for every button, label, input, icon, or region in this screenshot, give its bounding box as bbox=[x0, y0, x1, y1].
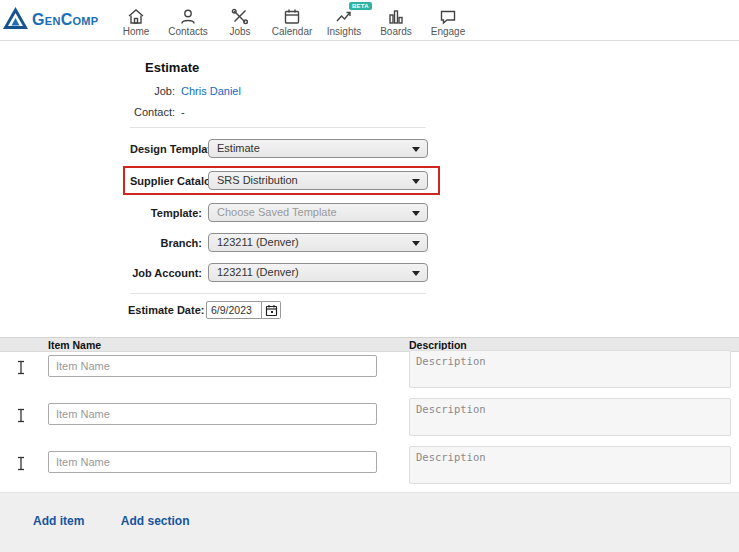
nav-label: Contacts bbox=[168, 26, 207, 37]
estimate-form: Estimate Job: Chris Daniel Contact: - De… bbox=[130, 52, 440, 319]
template-value: Choose Saved Template bbox=[217, 206, 337, 218]
branch-row: Branch: 123211 (Denver) bbox=[123, 228, 440, 257]
job-account-select[interactable]: 123211 (Denver) bbox=[208, 263, 428, 282]
add-item-button[interactable]: Add item bbox=[33, 514, 84, 528]
brand-name: GenComp bbox=[32, 11, 98, 29]
nav-label: Calendar bbox=[272, 26, 313, 37]
bottom-action-band: Add item Add section bbox=[0, 492, 739, 552]
chevron-down-icon bbox=[412, 211, 420, 216]
estimate-date-row: Estimate Date: bbox=[128, 301, 440, 319]
supplier-catalog-row: Supplier Catalog: SRS Distribution bbox=[123, 166, 440, 195]
item-name-input[interactable] bbox=[48, 403, 377, 425]
brand-logo[interactable]: GenComp bbox=[0, 6, 110, 35]
contact-label: Contact: bbox=[130, 106, 175, 118]
divider bbox=[130, 127, 426, 128]
nav-label: Jobs bbox=[229, 26, 250, 37]
template-row: Template: Choose Saved Template bbox=[123, 198, 440, 227]
drag-handle-icon[interactable] bbox=[16, 456, 26, 475]
table-row bbox=[0, 446, 739, 494]
nav-item-home[interactable]: Home bbox=[114, 4, 158, 37]
job-account-row: Job Account: 123211 (Denver) bbox=[123, 258, 440, 287]
nav-label: Insights bbox=[327, 26, 361, 37]
jobs-icon bbox=[231, 7, 249, 25]
chevron-down-icon bbox=[412, 179, 420, 184]
nav-label: Engage bbox=[431, 26, 465, 37]
estimate-date-input[interactable] bbox=[206, 301, 262, 319]
contacts-icon bbox=[179, 7, 197, 25]
table-row bbox=[0, 350, 739, 398]
add-section-button[interactable]: Add section bbox=[121, 514, 190, 528]
design-template-select[interactable]: Estimate bbox=[208, 139, 428, 158]
nav-item-insights[interactable]: BETA Insights bbox=[322, 4, 366, 37]
branch-select[interactable]: 123211 (Denver) bbox=[208, 233, 428, 252]
job-label: Job: bbox=[130, 85, 175, 97]
supplier-catalog-label: Supplier Catalog: bbox=[130, 175, 202, 187]
nav-label: Home bbox=[123, 26, 150, 37]
calendar-icon bbox=[283, 7, 301, 25]
top-navigation: GenComp Home Contacts bbox=[0, 0, 739, 41]
chevron-down-icon bbox=[412, 147, 420, 152]
nav-item-contacts[interactable]: Contacts bbox=[166, 4, 210, 37]
supplier-catalog-select[interactable]: SRS Distribution bbox=[208, 171, 428, 190]
design-template-value: Estimate bbox=[217, 142, 260, 154]
job-account-label: Job Account: bbox=[130, 267, 202, 279]
engage-icon bbox=[439, 7, 457, 25]
contact-row: Contact: - bbox=[130, 106, 440, 118]
nav-label: Boards bbox=[380, 26, 412, 37]
items-rows bbox=[0, 350, 739, 494]
item-description-textarea[interactable] bbox=[409, 350, 731, 388]
branch-value: 123211 (Denver) bbox=[217, 236, 299, 248]
beta-badge: BETA bbox=[349, 2, 372, 10]
design-template-label: Design Template: bbox=[130, 143, 202, 155]
template-select[interactable]: Choose Saved Template bbox=[208, 203, 428, 222]
supplier-catalog-value: SRS Distribution bbox=[217, 174, 298, 186]
job-account-value: 123211 (Denver) bbox=[217, 266, 299, 278]
estimate-date-label: Estimate Date: bbox=[128, 304, 200, 316]
drag-handle-icon[interactable] bbox=[16, 408, 26, 427]
calendar-icon bbox=[265, 304, 278, 317]
branch-label: Branch: bbox=[130, 237, 202, 249]
page-title: Estimate bbox=[145, 60, 440, 75]
nav-item-engage[interactable]: Engage bbox=[426, 4, 470, 37]
job-value-link[interactable]: Chris Daniel bbox=[181, 85, 241, 97]
item-name-input[interactable] bbox=[48, 355, 377, 377]
home-icon bbox=[127, 7, 145, 25]
job-row: Job: Chris Daniel bbox=[130, 85, 440, 97]
nav-item-jobs[interactable]: Jobs bbox=[218, 4, 262, 37]
nav-item-boards[interactable]: Boards bbox=[374, 4, 418, 37]
boards-icon bbox=[387, 7, 405, 25]
chevron-down-icon bbox=[412, 241, 420, 246]
table-row bbox=[0, 398, 739, 446]
design-template-row: Design Template: Estimate bbox=[123, 134, 440, 163]
item-description-textarea[interactable] bbox=[409, 446, 731, 484]
item-description-textarea[interactable] bbox=[409, 398, 731, 436]
brand-logo-icon bbox=[2, 6, 29, 35]
calendar-picker-button[interactable] bbox=[262, 301, 281, 319]
nav-items: Home Contacts Jobs bbox=[114, 4, 470, 37]
template-label: Template: bbox=[130, 207, 202, 219]
divider bbox=[130, 293, 426, 294]
contact-value: - bbox=[181, 106, 440, 118]
drag-handle-icon[interactable] bbox=[16, 360, 26, 379]
chevron-down-icon bbox=[412, 271, 420, 276]
nav-item-calendar[interactable]: Calendar bbox=[270, 4, 314, 37]
item-name-input[interactable] bbox=[48, 451, 377, 473]
